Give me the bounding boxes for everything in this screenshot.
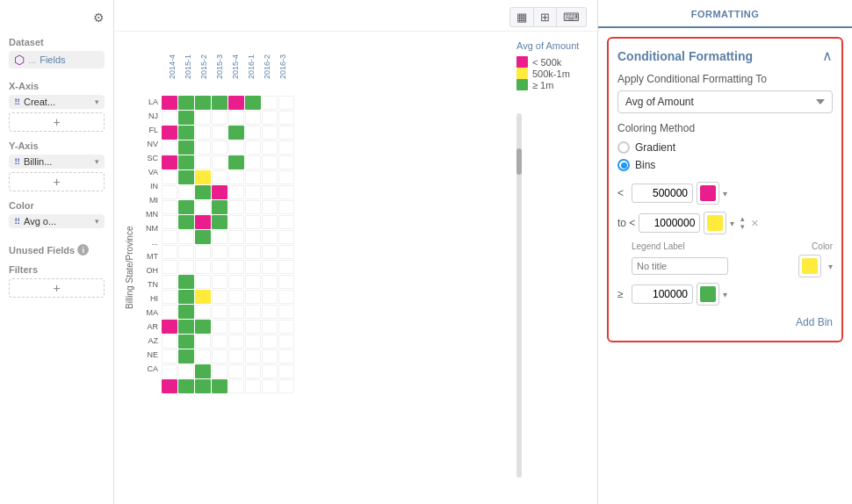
legend-scrollbar[interactable] [516,113,522,478]
heatmap-cell[interactable] [162,215,177,229]
heatmap-cell[interactable] [195,245,211,259]
bin-up-icon[interactable]: ▲ [739,216,746,223]
code-view-button[interactable]: ⌨ [557,7,587,27]
heatmap-cell[interactable] [245,364,261,378]
heatmap-cell[interactable] [178,335,194,349]
heatmap-cell[interactable] [228,260,244,274]
heatmap-cell[interactable] [278,111,294,125]
heatmap-cell[interactable] [162,245,177,259]
heatmap-cell[interactable] [212,111,227,125]
heatmap-cell[interactable] [278,126,294,140]
heatmap-cell[interactable] [228,170,244,184]
heatmap-cell[interactable] [178,260,194,274]
heatmap-cell[interactable] [245,320,261,334]
heatmap-cell[interactable] [212,96,227,110]
heatmap-cell[interactable] [262,305,278,319]
heatmap-cell[interactable] [278,260,294,274]
heatmap-cell[interactable] [178,349,194,364]
heatmap-cell[interactable] [178,155,194,169]
bin-down-icon[interactable]: ▼ [739,224,746,231]
gear-icon[interactable]: ⚙ [93,11,105,25]
heatmap-cell[interactable] [212,215,227,229]
heatmap-cell[interactable] [162,111,177,125]
heatmap-cell[interactable] [212,245,227,259]
heatmap-cell[interactable] [278,96,294,110]
heatmap-cell[interactable] [262,155,278,169]
heatmap-cell[interactable] [262,245,278,259]
heatmap-cell[interactable] [262,111,278,125]
heatmap-cell[interactable] [195,170,211,184]
heatmap-cell[interactable] [178,320,194,334]
heatmap-cell[interactable] [228,155,244,169]
heatmap-cell[interactable] [262,230,278,244]
unused-fields-info-icon[interactable]: i [77,244,89,256]
color-dropdown-icon[interactable]: ▾ [95,217,99,226]
heatmap-cell[interactable] [228,379,244,393]
heatmap-cell[interactable] [195,305,211,319]
heatmap-cell[interactable] [212,230,227,244]
heatmap-cell[interactable] [162,185,177,199]
heatmap-cell[interactable] [278,335,294,349]
heatmap-cell[interactable] [178,215,194,229]
heatmap-cell[interactable] [228,245,244,259]
heatmap-cell[interactable] [278,364,294,378]
heatmap-cell[interactable] [278,349,294,364]
heatmap-cell[interactable] [212,126,227,140]
heatmap-cell[interactable] [212,364,227,378]
heatmap-cell[interactable] [195,335,211,349]
heatmap-cell[interactable] [162,379,177,393]
heatmap-cell[interactable] [278,305,294,319]
heatmap-cell[interactable] [195,230,211,244]
heatmap-cell[interactable] [162,335,177,349]
heatmap-cell[interactable] [245,305,261,319]
cf-collapse-button[interactable]: ∧ [822,47,833,64]
heatmap-cell[interactable] [262,349,278,364]
heatmap-cell[interactable] [195,96,211,110]
heatmap-cell[interactable] [245,140,261,155]
heatmap-cell[interactable] [212,185,227,199]
heatmap-cell[interactable] [162,364,177,378]
heatmap-cell[interactable] [262,185,278,199]
bin-color-button[interactable] [704,212,726,234]
heatmap-cell[interactable] [245,96,261,110]
bin-color-button[interactable] [697,283,719,306]
heatmap-cell[interactable] [262,320,278,334]
heatmap-cell[interactable] [245,111,261,125]
heatmap-cell[interactable] [162,155,177,169]
heatmap-cell[interactable] [228,126,244,140]
cf-radio-item[interactable]: Gradient [617,141,833,154]
heatmap-cell[interactable] [228,305,244,319]
heatmap-cell[interactable] [262,170,278,184]
y-axis-dropdown-icon[interactable]: ▾ [95,157,99,166]
heatmap-cell[interactable] [195,215,211,229]
heatmap-cell[interactable] [162,290,177,304]
heatmap-cell[interactable] [212,275,227,289]
heatmap-cell[interactable] [212,290,227,304]
heatmap-cell[interactable] [178,290,194,304]
heatmap-cell[interactable] [178,111,194,125]
heatmap-cell[interactable] [245,230,261,244]
heatmap-cell[interactable] [245,275,261,289]
heatmap-cell[interactable] [212,200,227,214]
heatmap-cell[interactable] [162,200,177,214]
dataset-field-pill[interactable]: ⬡ ... Fields [9,51,105,68]
cf-radio-gradient[interactable] [617,141,630,154]
heatmap-cell[interactable] [212,379,227,393]
heatmap-cell[interactable] [162,96,177,110]
heatmap-cell[interactable] [278,215,294,229]
y-axis-field-pill[interactable]: ⠿ Billin... ▾ [9,155,105,169]
heatmap-cell[interactable] [245,170,261,184]
heatmap-cell[interactable] [262,215,278,229]
heatmap-cell[interactable] [278,320,294,334]
heatmap-cell[interactable] [245,126,261,140]
bin-legend-chevron-icon[interactable]: ▾ [828,262,833,271]
heatmap-cell[interactable] [212,260,227,274]
heatmap-cell[interactable] [178,126,194,140]
heatmap-cell[interactable] [228,215,244,229]
heatmap-cell[interactable] [262,379,278,393]
heatmap-cell[interactable] [195,349,211,364]
heatmap-cell[interactable] [278,140,294,155]
bin-chevron-icon[interactable]: ▾ [730,219,734,228]
heatmap-cell[interactable] [278,275,294,289]
heatmap-cell[interactable] [178,170,194,184]
